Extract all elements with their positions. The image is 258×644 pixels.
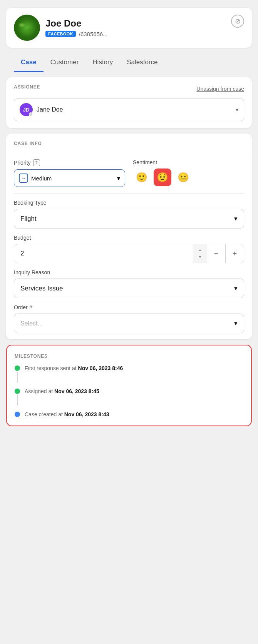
milestone-text-3: Case created at Nov 06, 2023 8:43 (25, 411, 109, 419)
budget-spinner: ▲ ▼ (193, 244, 207, 263)
booking-type-label: Booking Type (14, 200, 244, 206)
assignee-avatar-dot (29, 112, 33, 116)
budget-group: Budget ▲ ▼ − + (14, 235, 244, 263)
tab-history[interactable]: History (85, 53, 120, 72)
priority-medium-icon: → (19, 174, 28, 183)
case-info-header: CASE INFO (6, 133, 252, 153)
avatar (14, 15, 40, 41)
milestones-label: MILESTONES (15, 354, 48, 359)
divider-1 (14, 193, 244, 194)
tabs-container: Case Customer History Salesforce (6, 53, 252, 72)
milestone-dot-wrap-2 (15, 388, 20, 405)
order-number-label: Order # (14, 304, 244, 310)
milestones-card: MILESTONES First response sent at Nov 06… (6, 345, 252, 426)
budget-input[interactable] (14, 244, 193, 263)
booking-type-chevron: ▾ (234, 215, 238, 223)
priority-sentiment-row: Priority ? → Medium ▾ Sentiment 🙂 😟 😐 (14, 159, 244, 187)
case-info-label: CASE INFO (14, 141, 42, 146)
booking-type-select[interactable]: Flight ▾ (14, 209, 244, 229)
spinner-down[interactable]: ▼ (198, 254, 202, 260)
milestone-item-2: Assigned at Nov 06, 2023 8:45 (15, 388, 243, 405)
profile-name: Joe Doe (45, 18, 244, 29)
budget-input-row: ▲ ▼ − + (14, 244, 244, 263)
priority-help-icon[interactable]: ? (33, 159, 40, 166)
profile-info: Joe Doe FACEBOOK /6385656... (45, 18, 244, 37)
tab-case[interactable]: Case (14, 53, 44, 72)
assignee-header: ASSIGNEE Unassign from case (14, 84, 244, 93)
milestone-dot-wrap-1 (15, 365, 20, 382)
budget-minus-button[interactable]: − (207, 244, 225, 263)
sentiment-neutral-button[interactable]: 😐 (174, 169, 192, 186)
milestone-text-2: Assigned at Nov 06, 2023 8:45 (25, 388, 99, 395)
case-info-body: Priority ? → Medium ▾ Sentiment 🙂 😟 😐 (6, 153, 252, 339)
milestone-line-2 (17, 395, 18, 405)
assignee-chevron: ▾ (236, 107, 238, 113)
inquiry-reason-group: Inquiry Reason Services Issue ▾ (14, 269, 244, 298)
assignee-avatar: JD (20, 103, 33, 116)
profile-card: Joe Doe FACEBOOK /6385656... ⊘ (6, 8, 252, 48)
priority-group: Priority ? → Medium ▾ (14, 159, 125, 187)
profile-meta: FACEBOOK /6385656... (45, 31, 244, 37)
assignee-label: ASSIGNEE (14, 84, 40, 90)
order-number-select[interactable]: Select... ▾ (14, 314, 244, 333)
sentiment-group-container: Sentiment 🙂 😟 😐 (133, 159, 244, 187)
inquiry-reason-select[interactable]: Services Issue ▾ (14, 279, 244, 298)
milestone-item-1: First response sent at Nov 06, 2023 8:46 (15, 365, 243, 382)
order-number-chevron: ▾ (234, 319, 238, 327)
assignee-name: Jane Doe (37, 106, 232, 113)
priority-label: Priority ? (14, 159, 125, 166)
booking-type-value: Flight (20, 215, 37, 223)
milestone-line-1 (17, 372, 18, 382)
booking-type-group: Booking Type Flight ▾ (14, 200, 244, 229)
tab-customer[interactable]: Customer (44, 53, 86, 72)
milestone-dot-2 (15, 389, 20, 394)
budget-label: Budget (14, 235, 244, 241)
milestone-dot-3 (15, 412, 20, 417)
inquiry-reason-label: Inquiry Reason (14, 269, 244, 275)
case-info-card: CASE INFO Priority ? → Medium ▾ Sentimen… (6, 133, 252, 339)
milestone-item-3: Case created at Nov 06, 2023 8:43 (15, 411, 243, 419)
milestone-dot-1 (15, 365, 20, 371)
milestone-text-1: First response sent at Nov 06, 2023 8:46 (25, 365, 123, 372)
order-number-group: Order # Select... ▾ (14, 304, 244, 333)
sentiment-label: Sentiment (133, 159, 244, 165)
assignee-card: ASSIGNEE Unassign from case JD Jane Doe … (6, 77, 252, 128)
tab-salesforce[interactable]: Salesforce (120, 53, 164, 72)
order-number-placeholder: Select... (20, 320, 43, 327)
budget-plus-button[interactable]: + (225, 244, 244, 263)
spinner-up[interactable]: ▲ (198, 247, 202, 254)
priority-select[interactable]: → Medium ▾ (14, 169, 125, 187)
inquiry-reason-chevron: ▾ (234, 284, 238, 292)
facebook-badge: FACEBOOK (45, 31, 76, 37)
sentiment-sad-button[interactable]: 😟 (154, 169, 171, 186)
block-icon[interactable]: ⊘ (231, 15, 244, 28)
milestone-dot-wrap-3 (15, 411, 20, 417)
profile-id: /6385656... (79, 31, 108, 37)
assignee-select[interactable]: JD Jane Doe ▾ (14, 98, 244, 121)
sentiment-happy-button[interactable]: 🙂 (133, 169, 151, 186)
priority-value: Medium (31, 175, 114, 182)
inquiry-reason-value: Services Issue (20, 285, 63, 292)
unassign-link[interactable]: Unassign from case (196, 86, 244, 92)
priority-chevron: ▾ (117, 175, 120, 182)
sentiment-group: 🙂 😟 😐 (133, 169, 244, 186)
assignee-initials: JD (23, 107, 30, 113)
